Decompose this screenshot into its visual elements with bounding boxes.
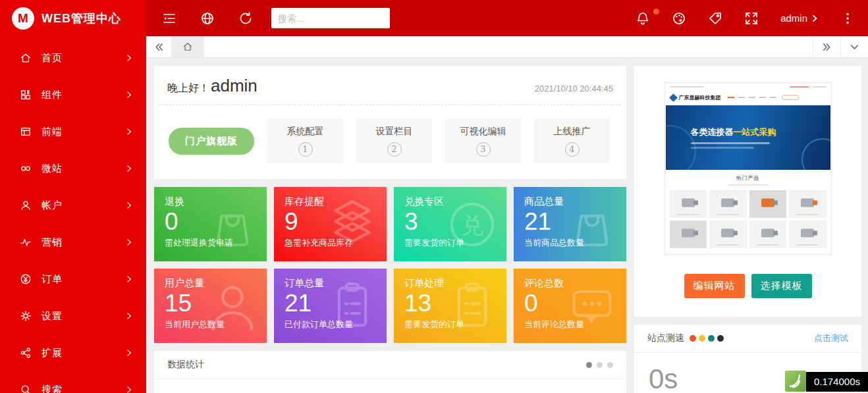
step-number: 3 <box>476 142 491 157</box>
shopping-bag-icon <box>203 196 261 253</box>
statistics-body: 今日流量趋势 <box>154 379 626 393</box>
run-speed-test-link[interactable]: 点击测试 <box>814 332 848 344</box>
banner-title: 各类连接器一站式采购 <box>691 126 830 138</box>
carousel-dots <box>586 362 613 368</box>
components-icon <box>20 89 32 101</box>
stat-card-grid: 退换 0 需处理退换货申请 库存提醒 9 急需补充商品库存 兑换专 <box>154 187 626 343</box>
chevron-right-icon <box>125 386 133 393</box>
step-number: 2 <box>387 142 402 157</box>
app-title: WEB管理中心 <box>41 11 121 26</box>
sidebar-item-home[interactable]: 首页 <box>0 39 146 76</box>
user-icon <box>203 277 261 335</box>
exchange-circle-icon: 兑 <box>443 196 501 253</box>
chevron-right-icon <box>125 54 133 62</box>
user-menu[interactable]: admin <box>780 13 819 24</box>
layers-icon <box>323 196 381 253</box>
stat-card-total-products[interactable]: 商品总量 21 当前商品总数量 <box>514 187 626 261</box>
stat-card-stock-alert[interactable]: 库存提醒 9 急需补充商品库存 <box>274 187 387 261</box>
carousel-dot[interactable] <box>597 362 603 368</box>
carousel-dot[interactable] <box>586 362 592 368</box>
sidebar-item-extensions[interactable]: 扩展 <box>0 334 146 371</box>
tab-bar <box>146 36 868 58</box>
site-preview-card: 广东显赫科技集团 各类连接器一站式采购 热门产品 <box>634 66 861 317</box>
stat-card-total-users[interactable]: 用户总量 15 当前用户总数量 <box>154 269 267 343</box>
step-card-system-config[interactable]: 系统配置 1 <box>267 118 343 163</box>
notification-dot <box>653 9 659 14</box>
stat-card-returns[interactable]: 退换 0 需处理退换货申请 <box>154 187 267 261</box>
username-label: admin <box>780 13 807 24</box>
site-search-pill <box>782 95 799 100</box>
tab-spacer <box>204 36 813 57</box>
tabs-menu-button[interactable] <box>840 36 868 57</box>
product-tile <box>709 221 747 248</box>
chevron-right-icon <box>125 275 133 283</box>
tabs-scroll-right-button[interactable] <box>813 36 840 57</box>
debug-trace-badge[interactable]: 0.174000s <box>785 371 868 392</box>
statistics-panel-header: 数据统计 <box>154 351 626 379</box>
step-card-setup-columns[interactable]: 设置栏目 2 <box>356 118 432 163</box>
fullscreen-icon[interactable] <box>744 11 759 26</box>
product-tile <box>789 190 827 218</box>
carousel-dot[interactable] <box>607 362 613 368</box>
chevron-right-icon <box>125 312 133 320</box>
stat-card-total-orders[interactable]: 订单总量 21 已付款订单总数量 <box>274 269 387 343</box>
choose-template-button[interactable]: 选择模板 <box>751 274 812 298</box>
globe-icon[interactable] <box>200 11 215 26</box>
right-column: 广东显赫科技集团 各类连接器一站式采购 热门产品 <box>634 66 861 393</box>
stat-card-exchange-zone[interactable]: 兑换专区 3 需要发货的订单 兑 <box>394 187 506 261</box>
svg-text:兑: 兑 <box>461 211 484 237</box>
sidebar-item-components[interactable]: 组件 <box>0 76 146 113</box>
theme-palette-icon[interactable] <box>672 11 686 26</box>
sidebar-item-marketing[interactable]: 营销 <box>0 224 146 261</box>
app-logo[interactable]: M WEB管理中心 <box>0 0 146 36</box>
search-input[interactable] <box>271 8 390 28</box>
greeting-datetime: 2021/10/10 20:44:45 <box>535 84 613 93</box>
greeting-row: 晚上好！ admin 2021/10/10 20:44:45 <box>154 66 626 105</box>
speed-dot <box>708 335 715 342</box>
speed-dot <box>717 335 724 342</box>
site-preview-thumbnail[interactable]: 广东显赫科技集团 各类连接器一站式采购 热门产品 <box>664 82 832 255</box>
step-card-visual-edit[interactable]: 可视化编辑 3 <box>445 118 521 163</box>
more-options-icon[interactable] <box>840 11 855 26</box>
chevron-right-icon <box>125 128 133 136</box>
chevron-right-icon <box>125 238 133 246</box>
edit-site-button[interactable]: 编辑网站 <box>684 274 745 298</box>
chevron-right-icon <box>125 201 133 209</box>
sidebar-item-frontend[interactable]: 前端 <box>0 113 146 150</box>
refresh-icon[interactable] <box>238 11 253 26</box>
speed-test-title: 站点测速 <box>647 332 684 344</box>
user-icon <box>20 199 32 211</box>
step-number: 1 <box>298 142 313 157</box>
stat-card-order-processing[interactable]: 订单处理 13 需要发货的订单 <box>394 269 506 343</box>
site-nav-links <box>728 97 776 98</box>
sidebar-item-search[interactable]: 搜索 <box>0 371 146 393</box>
sidebar-item-account[interactable]: 帐户 <box>0 187 146 224</box>
chevron-right-icon <box>125 91 133 99</box>
chevron-right-icon <box>811 14 819 22</box>
sidebar-nav: 首页 组件 前端 微站 帐户 营销 <box>0 36 146 393</box>
sidebar-item-settings[interactable]: 设置 <box>0 298 146 334</box>
sidebar-item-orders[interactable]: 订单 <box>0 261 146 298</box>
sidebar-item-microsite[interactable]: 微站 <box>0 150 146 187</box>
thinkphp-logo-icon <box>785 371 806 392</box>
tab-home[interactable] <box>171 36 204 57</box>
logo-icon: M <box>12 7 34 30</box>
step-number: 4 <box>565 142 580 157</box>
welcome-card: 晚上好！ admin 2021/10/10 20:44:45 门户旗舰版 系统配… <box>154 66 626 179</box>
tabs-scroll-left-button[interactable] <box>146 36 171 57</box>
step-card-go-live[interactable]: 上线推广 4 <box>534 118 610 163</box>
site-banner: 各类连接器一站式采购 <box>666 105 830 170</box>
speed-dot <box>690 335 696 342</box>
stat-card-total-comments[interactable]: 评论总数 0 当前评论总数量 <box>514 269 626 343</box>
yen-circle-icon <box>20 273 32 285</box>
comment-icon <box>563 277 621 335</box>
collapse-menu-icon[interactable] <box>162 11 176 26</box>
header-right-icons: admin <box>636 11 855 26</box>
tag-icon[interactable] <box>708 11 722 26</box>
bell-icon <box>636 11 650 26</box>
notifications-button[interactable] <box>636 11 650 26</box>
preview-buttons-row: 编辑网站 选择模板 <box>684 274 812 298</box>
chevron-down-icon <box>850 42 859 52</box>
banner-subtext-bar <box>691 142 770 144</box>
version-badge-button[interactable]: 门户旗舰版 <box>169 128 254 155</box>
